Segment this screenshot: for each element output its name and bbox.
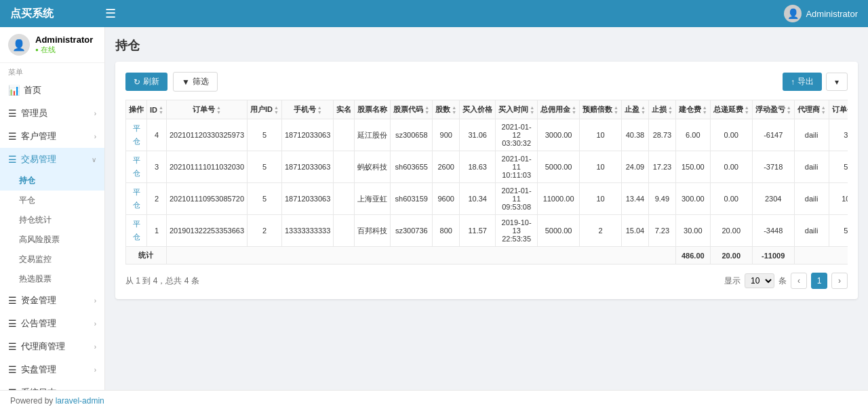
footer-text: Powered by [10, 396, 56, 406]
topbar: 点买系统 ☰ 👤 Administrator [0, 0, 868, 27]
toolbar: ↻ 刷新 ▼ 筛选 ↑ 导出 ▾ [125, 72, 848, 92]
user-menu[interactable]: 👤 Administrator [784, 5, 858, 22]
agent-cell: daili [794, 119, 829, 151]
sidebar-item-announcement[interactable]: ☰ 公告管理 › [0, 312, 104, 335]
action-cell: 平 仓 [126, 215, 147, 247]
sidebar-item-agent[interactable]: ☰ 代理商管理 › [0, 335, 104, 358]
sidebar-item-trade-monitor[interactable]: 交易监控 [0, 250, 104, 269]
build-fee-cell: 6.00 [675, 119, 710, 151]
footer-link[interactable]: laravel-admin [56, 396, 104, 406]
col-agent[interactable]: 代理商 ▲▼ [794, 100, 829, 119]
shares-cell: 800 [433, 215, 460, 247]
order-amount-cell: 3006.00 [829, 119, 848, 151]
col-build-fee[interactable]: 建仓费 ▲▼ [675, 100, 710, 119]
sidebar-item-trade[interactable]: ☰ 交易管理 ∨ [0, 148, 104, 171]
sidebar-item-flat[interactable]: 平仓 [0, 191, 104, 210]
sidebar-item-high-risk[interactable]: 高风险股票 [0, 230, 104, 250]
action-cell: 平 仓 [126, 183, 147, 215]
sidebar-item-fund[interactable]: ☰ 资金管理 › [0, 289, 104, 312]
table-row: 平 仓 1 201901322253353663 2 13333333333 百… [126, 215, 848, 247]
page-1-button[interactable]: 1 [811, 273, 827, 289]
col-buy-price: 买入价格 [460, 100, 496, 119]
margin-mult-cell: 10 [580, 151, 622, 183]
export-dropdown-button[interactable]: ▾ [826, 73, 848, 91]
sidebar-item-hold-stat[interactable]: 持仓统计 [0, 210, 104, 230]
sidebar: 👤 Administrator 在线 菜单 📊 首页 ☰ 管理员 › ☰ [0, 27, 105, 390]
flat-action-link[interactable]: 平 [133, 187, 140, 197]
col-shares[interactable]: 股数 ▲▼ [433, 100, 460, 119]
sidebar-item-announcement-label: 公告管理 [21, 317, 56, 330]
page-size-select[interactable]: 10 20 50 [745, 273, 774, 288]
col-order-no[interactable]: 订单号 ▲▼ [166, 100, 247, 119]
col-stop-loss[interactable]: 止损 ▲▼ [648, 100, 675, 119]
total-fee-cell: 11000.00 [538, 183, 580, 215]
sidebar-item-fund-label: 资金管理 [21, 294, 56, 307]
stock-name-cell: 延江股份 [355, 119, 391, 151]
main-content: 持仓 ↻ 刷新 ▼ 筛选 ↑ 导出 ▾ [105, 27, 868, 390]
buy-price-cell: 18.63 [460, 151, 496, 183]
filter-button[interactable]: ▼ 筛选 [173, 72, 218, 92]
refresh-icon: ↻ [134, 77, 140, 87]
stock-name-cell: 百邦科技 [355, 215, 391, 247]
sidebar-item-disk[interactable]: ☰ 实盘管理 › [0, 358, 104, 381]
col-total-delay[interactable]: 总递延费 ▲▼ [710, 100, 752, 119]
hold-action-link[interactable]: 仓 [133, 232, 140, 242]
total-delay-cell: 0.00 [710, 183, 752, 215]
totals-float-pnl: -11009 [752, 247, 794, 265]
sidebar-item-hot-stocks[interactable]: 热选股票 [0, 269, 104, 289]
agent-cell: daili [794, 151, 829, 183]
table-row: 平 仓 3 202101111011032030 5 18712033063 蚂… [126, 151, 848, 183]
real-name-cell [334, 183, 355, 215]
shares-cell: 9600 [433, 183, 460, 215]
id-cell: 4 [147, 119, 167, 151]
col-stop-profit[interactable]: 止盈 ▲▼ [621, 100, 648, 119]
col-action: 操作 [126, 100, 147, 119]
stock-code-cell: sz300658 [391, 119, 433, 151]
menu-toggle-icon[interactable]: ☰ [105, 6, 116, 21]
stock-name-cell: 蚂蚁科技 [355, 151, 391, 183]
col-id[interactable]: ID ▲▼ [147, 100, 167, 119]
stop-loss-cell: 28.73 [648, 119, 675, 151]
col-float-pnl[interactable]: 浮动盈亏 ▲▼ [752, 100, 794, 119]
col-total-fee[interactable]: 总佣用金 ▲▼ [538, 100, 580, 119]
totals-label: 统计 [126, 247, 167, 265]
order-amount-cell: 5150.00 [829, 151, 848, 183]
sidebar-item-admin[interactable]: ☰ 管理员 › [0, 102, 104, 125]
float-pnl-cell: -6147 [752, 119, 794, 151]
hold-action-link[interactable]: 仓 [133, 200, 140, 210]
col-order-amount[interactable]: 订单创建金额 ▲▼ [829, 100, 848, 119]
sidebar-item-syslog[interactable]: ☰ 系统日志 › [0, 381, 104, 390]
col-margin-mult[interactable]: 预赔倍数 ▲▼ [580, 100, 622, 119]
sidebar-item-customer[interactable]: ☰ 客户管理 › [0, 125, 104, 148]
trade-arrow-icon: ∨ [92, 156, 96, 163]
hold-stat-label: 持仓统计 [19, 214, 52, 226]
flat-action-link[interactable]: 平 [133, 155, 140, 165]
col-stock-code[interactable]: 股票代码 ▲▼ [391, 100, 433, 119]
sidebar-item-home[interactable]: 📊 首页 [0, 79, 104, 102]
flat-action-link[interactable]: 平 [133, 123, 140, 134]
pagination-bar: 从 1 到 4，总共 4 条 显示 10 20 50 条 ‹ 1 › [125, 273, 848, 289]
sidebar-item-home-label: 首页 [24, 84, 41, 96]
col-user-id[interactable]: 用户ID▲▼ [248, 100, 282, 119]
flat-action-link[interactable]: 平 [133, 219, 140, 229]
hold-label: 持仓 [19, 175, 35, 187]
order-no-cell: 202101110953085720 [166, 183, 247, 215]
col-buy-time[interactable]: 买入时间 ▲▼ [496, 100, 538, 119]
trade-monitor-label: 交易监控 [19, 254, 52, 265]
hold-action-link[interactable]: 仓 [133, 168, 140, 178]
margin-mult-cell: 2 [580, 215, 622, 247]
buy-price-cell: 10.34 [460, 183, 496, 215]
col-phone[interactable]: 手机号 ▲▼ [282, 100, 334, 119]
export-button[interactable]: ↑ 导出 [783, 73, 822, 91]
sidebar-item-hold[interactable]: 持仓 [0, 171, 104, 191]
user-id-cell: 5 [248, 119, 282, 151]
customer-icon: ☰ [8, 131, 17, 142]
home-icon: 📊 [8, 85, 20, 96]
stop-loss-cell: 9.49 [648, 183, 675, 215]
refresh-button[interactable]: ↻ 刷新 [125, 73, 167, 91]
export-icon: ↑ [791, 77, 795, 87]
next-page-button[interactable]: › [831, 273, 848, 289]
per-label: 条 [778, 275, 787, 287]
hold-action-link[interactable]: 仓 [133, 136, 140, 146]
prev-page-button[interactable]: ‹ [791, 273, 807, 289]
